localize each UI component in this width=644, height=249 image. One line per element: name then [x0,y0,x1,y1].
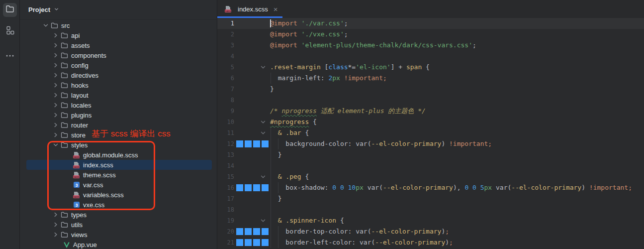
indent-guide [271,138,271,149]
tree-item-label: global.module.scss [83,151,138,159]
color-preview-swatches[interactable] [236,184,269,191]
color-preview-swatches[interactable] [236,140,269,147]
code-line-5[interactable]: 5.reset-margin [class*='el-icon'] + span… [217,62,644,73]
code-line-15[interactable]: 15 & .peg { [217,171,644,182]
tree-collapse-chevron-icon[interactable] [52,222,59,228]
tree-item-types[interactable]: types [20,210,217,220]
gutter-zone [234,40,270,51]
tree-item-locales[interactable]: locales [20,100,217,110]
tree-item-App.vue[interactable]: App.vue [20,240,217,249]
tab-close-icon[interactable]: × [274,5,278,13]
more-tools-button[interactable] [3,50,17,64]
tree-item-theme.scss[interactable]: SASStheme.scss [20,170,217,180]
tree-expand-chevron-icon[interactable] [42,22,49,29]
tree-item-store[interactable]: store [20,130,217,140]
code-line-4[interactable]: 4 [217,51,644,62]
line-number: 15 [217,171,234,182]
folder-icon [61,82,68,89]
tree-item-plugins[interactable]: plugins [20,110,217,120]
code-line-1[interactable]: 1@import './var.css'; [217,18,644,29]
code-line-7[interactable]: 7} [217,84,644,95]
tree-collapse-chevron-icon[interactable] [52,92,59,99]
code-line-20[interactable]: 20 border-top-color: var(--el-color-prim… [217,226,644,237]
fold-chevron-icon[interactable] [260,64,266,70]
gutter-zone [234,62,270,73]
tree-collapse-chevron-icon[interactable] [52,102,59,109]
tree-item-directives[interactable]: directives [20,70,217,80]
folder-icon [61,102,68,109]
gutter-zone [234,226,270,237]
code-line-12[interactable]: 12 background-color: var(--el-color-prim… [217,138,644,149]
ide-window: Project srcapiassetscomponentsconfigdire… [0,0,644,249]
code-line-18[interactable]: 18 [217,204,644,215]
gutter-zone [234,95,270,106]
color-preview-swatches[interactable] [236,239,269,246]
code-line-14[interactable]: 14 [217,160,644,171]
tree-item-vxe.css[interactable]: 3vxe.css [20,200,217,210]
fold-chevron-icon[interactable] [260,174,266,180]
indent-guide [271,127,271,138]
structure-tool-button[interactable] [3,24,17,38]
code-line-2[interactable]: 2@import './vxe.css'; [217,29,644,40]
tree-collapse-chevron-icon[interactable] [52,52,59,59]
code-line-9[interactable]: 9/* nprogress 适配 element-plus 的主题色 */ [217,106,644,117]
tree-item-var.css[interactable]: 3var.css [20,180,217,190]
tree-collapse-chevron-icon[interactable] [52,232,59,238]
tree-item-label: theme.scss [83,171,116,179]
tree-item-router[interactable]: router [20,120,217,130]
tree-item-src[interactable]: src [20,20,217,30]
css-file-icon: 3 [73,181,80,188]
folder-icon [5,4,15,16]
code-line-17[interactable]: 17 } [217,193,644,204]
tree-item-api[interactable]: api [20,30,217,40]
tree-collapse-chevron-icon[interactable] [52,122,59,128]
tree-collapse-chevron-icon[interactable] [52,82,59,89]
code-line-21[interactable]: 21 border-left-color: var(--el-color-pri… [217,237,644,248]
folder-icon [61,112,68,119]
tree-item-label: directives [71,72,98,79]
tree-item-styles[interactable]: styles [20,140,217,150]
code-line-10[interactable]: 10#nprogress { [217,117,644,127]
code-area[interactable]: 1@import './var.css';2@import './vxe.css… [217,18,644,249]
code-line-6[interactable]: 6 margin-left: 2px !important; [217,73,644,84]
tree-item-components[interactable]: components [20,50,217,60]
code-line-3[interactable]: 3@import 'element-plus/theme-chalk/dark/… [217,40,644,51]
color-preview-swatches[interactable] [236,228,269,235]
tree-collapse-chevron-icon[interactable] [52,72,59,79]
tree-item-layout[interactable]: layout [20,90,217,100]
code-line-13[interactable]: 13 } [217,149,644,160]
project-panel-header[interactable]: Project [20,0,217,20]
indent-guide [271,171,271,182]
fold-chevron-icon[interactable] [260,218,266,224]
code-line-8[interactable]: 8 [217,95,644,106]
gutter-zone [234,138,270,149]
tree-collapse-chevron-icon[interactable] [52,62,59,69]
tree-item-hooks[interactable]: hooks [20,80,217,90]
indent-guide [278,138,278,149]
editor-tab-index-scss[interactable]: SASS index.scss × [217,0,282,18]
fold-chevron-icon[interactable] [260,130,266,136]
line-number: 8 [217,95,234,106]
tree-item-utils[interactable]: utils [20,220,217,230]
tree-collapse-chevron-icon[interactable] [52,112,59,119]
code-line-16[interactable]: 16 box-shadow: 0 0 10px var(--el-color-p… [217,182,644,193]
code-line-19[interactable]: 19 & .spinner-icon { [217,215,644,226]
tree-collapse-chevron-icon[interactable] [52,32,59,39]
project-tool-button[interactable] [3,3,17,17]
folder-icon [61,72,68,79]
tree-item-index.scss[interactable]: SASSindex.scss [20,160,217,170]
indent-guide [271,215,271,226]
tree-item-variables.scss[interactable]: SASSvariables.scss [20,190,217,200]
tree-item-assets[interactable]: assets [20,40,217,50]
editor-tab-bar: SASS index.scss × [217,0,644,18]
code-line-11[interactable]: 11 & .bar { [217,127,644,138]
indent-guide [271,182,271,193]
tree-collapse-chevron-icon[interactable] [52,132,59,138]
tree-item-config[interactable]: config [20,60,217,70]
tree-item-global.module.scss[interactable]: SASSglobal.module.scss [20,150,217,160]
tree-collapse-chevron-icon[interactable] [52,42,59,49]
tree-collapse-chevron-icon[interactable] [52,212,59,218]
fold-chevron-icon[interactable] [260,119,266,125]
tree-expand-chevron-icon[interactable] [52,142,59,148]
tree-item-views[interactable]: views [20,230,217,240]
